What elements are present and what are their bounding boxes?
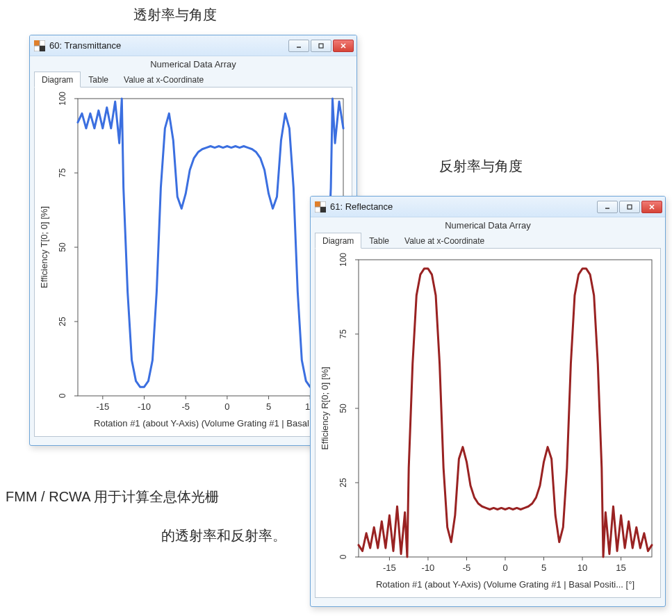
svg-text:50: 50 <box>338 403 348 413</box>
svg-text:5: 5 <box>541 563 546 573</box>
svg-text:25: 25 <box>338 478 348 488</box>
label-transmittance-vs-angle: 透射率与角度 <box>133 6 217 24</box>
maximize-button[interactable] <box>619 201 640 213</box>
svg-text:75: 75 <box>338 329 348 339</box>
titlebar[interactable]: 61: Reflectance <box>311 197 665 217</box>
minimize-button[interactable] <box>597 201 618 213</box>
svg-text:25: 25 <box>58 317 67 326</box>
svg-rect-2 <box>34 46 40 51</box>
svg-rect-8 <box>78 99 343 396</box>
svg-text:0: 0 <box>58 393 67 398</box>
svg-text:Efficiency T[0; 0] [%]: Efficiency T[0; 0] [%] <box>39 206 49 288</box>
tab-diagram[interactable]: Diagram <box>34 72 81 88</box>
svg-rect-34 <box>320 201 326 207</box>
svg-text:5: 5 <box>266 401 271 412</box>
label-reflectance-vs-angle: 反射率与角度 <box>439 157 523 176</box>
caption-line-2: 的透射率和反射率。 <box>161 526 286 545</box>
tabbar: Diagram Table Value at x-Coordinate <box>311 232 665 248</box>
plot-diagram: 0255075100-15-10-5051015Rotation #1 (abo… <box>315 248 661 598</box>
svg-text:0: 0 <box>338 554 348 559</box>
svg-text:75: 75 <box>58 168 67 178</box>
tab-table[interactable]: Table <box>81 72 116 87</box>
plot-diagram: 0255075100-15-10-50510Rotation #1 (about… <box>34 87 352 437</box>
window-title: 60: Transmittance <box>49 40 288 51</box>
svg-rect-35 <box>315 207 320 213</box>
tab-table[interactable]: Table <box>361 233 397 248</box>
svg-text:0: 0 <box>502 563 507 573</box>
titlebar[interactable]: 60: Transmittance <box>30 35 357 56</box>
svg-rect-41 <box>359 260 652 557</box>
window-title: 61: Reflectance <box>330 201 597 212</box>
window-reflectance: 61: Reflectance Numerical Data Array Dia… <box>310 196 666 607</box>
svg-text:Rotation #1 (about Y-Axis) (Vo: Rotation #1 (about Y-Axis) (Volume Grati… <box>376 579 634 590</box>
svg-rect-38 <box>628 205 632 209</box>
svg-text:50: 50 <box>58 242 67 252</box>
svg-text:100: 100 <box>338 253 348 267</box>
tab-value-at-x[interactable]: Value at x-Coordinate <box>397 233 492 248</box>
close-button[interactable] <box>641 201 662 213</box>
svg-text:-10: -10 <box>138 401 151 412</box>
svg-text:-10: -10 <box>422 563 435 573</box>
minimize-button[interactable] <box>288 40 309 52</box>
svg-text:-5: -5 <box>181 401 190 412</box>
svg-text:15: 15 <box>616 563 625 573</box>
window-transmittance: 60: Transmittance Numerical Data Array D… <box>29 35 357 446</box>
svg-text:0: 0 <box>224 401 229 412</box>
svg-text:-15: -15 <box>383 563 396 573</box>
svg-text:100: 100 <box>58 92 67 106</box>
panel-subtitle: Numerical Data Array <box>30 56 357 71</box>
svg-text:10: 10 <box>577 563 587 573</box>
svg-text:-15: -15 <box>96 401 109 412</box>
svg-rect-0 <box>34 40 40 46</box>
svg-rect-5 <box>319 44 323 48</box>
tab-diagram[interactable]: Diagram <box>315 233 361 249</box>
maximize-button[interactable] <box>311 40 331 52</box>
svg-rect-1 <box>40 40 45 46</box>
close-button[interactable] <box>333 40 354 52</box>
tab-value-at-x[interactable]: Value at x-Coordinate <box>116 72 211 87</box>
tabbar: Diagram Table Value at x-Coordinate <box>30 71 357 87</box>
app-icon <box>315 201 326 213</box>
svg-text:-5: -5 <box>463 563 471 573</box>
caption-line-1: FMM / RCWA 用于计算全息体光栅 <box>6 488 219 506</box>
app-icon <box>34 40 45 51</box>
svg-text:Rotation #1 (about Y-Axis) (Vo: Rotation #1 (about Y-Axis) (Volume Grati… <box>94 418 327 428</box>
svg-rect-3 <box>40 46 45 51</box>
panel-subtitle: Numerical Data Array <box>311 217 665 232</box>
svg-rect-33 <box>315 201 320 207</box>
svg-text:Efficiency R[0; 0] [%]: Efficiency R[0; 0] [%] <box>320 367 330 450</box>
svg-rect-36 <box>320 207 326 213</box>
